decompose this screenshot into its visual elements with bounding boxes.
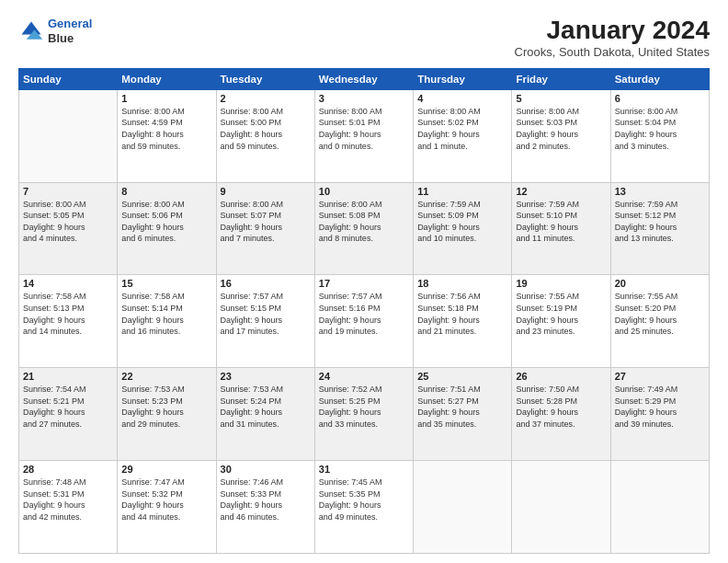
calendar-cell: 11Sunrise: 7:59 AMSunset: 5:09 PMDayligh… bbox=[414, 182, 512, 275]
day-info: Sunrise: 7:56 AMSunset: 5:18 PMDaylight:… bbox=[417, 291, 507, 337]
day-info: Sunrise: 8:00 AMSunset: 4:59 PMDaylight:… bbox=[121, 106, 211, 152]
calendar-cell: 6Sunrise: 8:00 AMSunset: 5:04 PMDaylight… bbox=[610, 89, 709, 182]
calendar-week-row: 21Sunrise: 7:54 AMSunset: 5:21 PMDayligh… bbox=[19, 368, 710, 461]
calendar-cell: 5Sunrise: 8:00 AMSunset: 5:03 PMDaylight… bbox=[512, 89, 610, 182]
day-info: Sunrise: 7:53 AMSunset: 5:24 PMDaylight:… bbox=[221, 384, 311, 430]
day-info: Sunrise: 8:00 AMSunset: 5:07 PMDaylight:… bbox=[221, 199, 311, 245]
day-number: 26 bbox=[516, 371, 606, 382]
day-info: Sunrise: 8:00 AMSunset: 5:08 PMDaylight:… bbox=[319, 199, 409, 245]
header: General Blue January 2024 Crooks, South … bbox=[18, 17, 710, 59]
day-number: 11 bbox=[417, 186, 507, 197]
day-number: 27 bbox=[615, 371, 705, 382]
calendar-week-row: 14Sunrise: 7:58 AMSunset: 5:13 PMDayligh… bbox=[19, 275, 710, 368]
day-number: 21 bbox=[23, 371, 113, 382]
calendar-cell: 21Sunrise: 7:54 AMSunset: 5:21 PMDayligh… bbox=[19, 368, 118, 461]
day-number: 8 bbox=[121, 186, 211, 197]
page-title: January 2024 bbox=[515, 17, 710, 45]
calendar-cell: 25Sunrise: 7:51 AMSunset: 5:27 PMDayligh… bbox=[414, 368, 512, 461]
calendar-cell: 30Sunrise: 7:46 AMSunset: 5:33 PMDayligh… bbox=[216, 461, 314, 554]
calendar-cell: 4Sunrise: 8:00 AMSunset: 5:02 PMDaylight… bbox=[414, 89, 512, 182]
day-number: 29 bbox=[121, 464, 211, 475]
calendar-cell: 23Sunrise: 7:53 AMSunset: 5:24 PMDayligh… bbox=[216, 368, 314, 461]
calendar-cell: 22Sunrise: 7:53 AMSunset: 5:23 PMDayligh… bbox=[118, 368, 216, 461]
day-info: Sunrise: 7:54 AMSunset: 5:21 PMDaylight:… bbox=[23, 384, 113, 430]
calendar-cell: 17Sunrise: 7:57 AMSunset: 5:16 PMDayligh… bbox=[314, 275, 413, 368]
day-number: 25 bbox=[417, 371, 507, 382]
day-number: 13 bbox=[615, 186, 705, 197]
day-info: Sunrise: 7:49 AMSunset: 5:29 PMDaylight:… bbox=[615, 384, 705, 430]
day-info: Sunrise: 7:57 AMSunset: 5:16 PMDaylight:… bbox=[319, 291, 409, 337]
calendar-cell: 15Sunrise: 7:58 AMSunset: 5:14 PMDayligh… bbox=[118, 275, 216, 368]
day-info: Sunrise: 7:58 AMSunset: 5:13 PMDaylight:… bbox=[23, 291, 113, 337]
day-info: Sunrise: 7:51 AMSunset: 5:27 PMDaylight:… bbox=[417, 384, 507, 430]
calendar-week-row: 7Sunrise: 8:00 AMSunset: 5:05 PMDaylight… bbox=[19, 182, 710, 275]
calendar-cell: 7Sunrise: 8:00 AMSunset: 5:05 PMDaylight… bbox=[19, 182, 118, 275]
calendar-cell: 10Sunrise: 8:00 AMSunset: 5:08 PMDayligh… bbox=[314, 182, 413, 275]
day-info: Sunrise: 7:52 AMSunset: 5:25 PMDaylight:… bbox=[319, 384, 409, 430]
day-info: Sunrise: 8:00 AMSunset: 5:05 PMDaylight:… bbox=[23, 199, 113, 245]
day-number: 6 bbox=[615, 93, 705, 104]
calendar-cell bbox=[512, 461, 610, 554]
calendar-cell: 27Sunrise: 7:49 AMSunset: 5:29 PMDayligh… bbox=[610, 368, 709, 461]
calendar-cell: 3Sunrise: 8:00 AMSunset: 5:01 PMDaylight… bbox=[314, 89, 413, 182]
day-number: 9 bbox=[221, 186, 311, 197]
calendar-cell: 8Sunrise: 8:00 AMSunset: 5:06 PMDaylight… bbox=[118, 182, 216, 275]
col-header-saturday: Saturday bbox=[610, 68, 709, 89]
day-number: 20 bbox=[615, 278, 705, 289]
day-number: 4 bbox=[417, 93, 507, 104]
day-number: 28 bbox=[23, 464, 113, 475]
page-subtitle: Crooks, South Dakota, United States bbox=[515, 45, 710, 59]
logo-icon bbox=[18, 18, 44, 44]
day-number: 19 bbox=[516, 278, 606, 289]
calendar-week-row: 28Sunrise: 7:48 AMSunset: 5:31 PMDayligh… bbox=[19, 461, 710, 554]
col-header-tuesday: Tuesday bbox=[216, 68, 314, 89]
calendar-cell: 29Sunrise: 7:47 AMSunset: 5:32 PMDayligh… bbox=[118, 461, 216, 554]
day-number: 16 bbox=[221, 278, 311, 289]
calendar-week-row: 1Sunrise: 8:00 AMSunset: 4:59 PMDaylight… bbox=[19, 89, 710, 182]
day-info: Sunrise: 7:45 AMSunset: 5:35 PMDaylight:… bbox=[319, 477, 409, 523]
col-header-sunday: Sunday bbox=[19, 68, 118, 89]
day-number: 2 bbox=[221, 93, 311, 104]
day-info: Sunrise: 7:53 AMSunset: 5:23 PMDaylight:… bbox=[121, 384, 211, 430]
header-row: SundayMondayTuesdayWednesdayThursdayFrid… bbox=[19, 68, 710, 89]
col-header-wednesday: Wednesday bbox=[314, 68, 413, 89]
day-info: Sunrise: 8:00 AMSunset: 5:04 PMDaylight:… bbox=[615, 106, 705, 152]
calendar-cell: 16Sunrise: 7:57 AMSunset: 5:15 PMDayligh… bbox=[216, 275, 314, 368]
calendar-cell bbox=[414, 461, 512, 554]
calendar-cell: 13Sunrise: 7:59 AMSunset: 5:12 PMDayligh… bbox=[610, 182, 709, 275]
calendar-cell: 18Sunrise: 7:56 AMSunset: 5:18 PMDayligh… bbox=[414, 275, 512, 368]
calendar-cell: 2Sunrise: 8:00 AMSunset: 5:00 PMDaylight… bbox=[216, 89, 314, 182]
day-info: Sunrise: 7:55 AMSunset: 5:20 PMDaylight:… bbox=[615, 291, 705, 337]
day-number: 7 bbox=[23, 186, 113, 197]
day-number: 1 bbox=[121, 93, 211, 104]
day-number: 30 bbox=[221, 464, 311, 475]
day-number: 10 bbox=[319, 186, 409, 197]
day-number: 3 bbox=[319, 93, 409, 104]
day-info: Sunrise: 7:59 AMSunset: 5:09 PMDaylight:… bbox=[417, 199, 507, 245]
page: General Blue January 2024 Crooks, South … bbox=[0, 0, 728, 563]
day-number: 22 bbox=[121, 371, 211, 382]
calendar-cell: 26Sunrise: 7:50 AMSunset: 5:28 PMDayligh… bbox=[512, 368, 610, 461]
day-info: Sunrise: 7:48 AMSunset: 5:31 PMDaylight:… bbox=[23, 477, 113, 523]
calendar-cell: 12Sunrise: 7:59 AMSunset: 5:10 PMDayligh… bbox=[512, 182, 610, 275]
calendar-cell: 19Sunrise: 7:55 AMSunset: 5:19 PMDayligh… bbox=[512, 275, 610, 368]
day-number: 12 bbox=[516, 186, 606, 197]
day-info: Sunrise: 7:57 AMSunset: 5:15 PMDaylight:… bbox=[221, 291, 311, 337]
svg-marker-0 bbox=[22, 21, 41, 34]
calendar-cell: 20Sunrise: 7:55 AMSunset: 5:20 PMDayligh… bbox=[610, 275, 709, 368]
calendar-cell: 28Sunrise: 7:48 AMSunset: 5:31 PMDayligh… bbox=[19, 461, 118, 554]
calendar-cell: 1Sunrise: 8:00 AMSunset: 4:59 PMDaylight… bbox=[118, 89, 216, 182]
day-number: 18 bbox=[417, 278, 507, 289]
calendar-cell bbox=[19, 89, 118, 182]
day-info: Sunrise: 7:58 AMSunset: 5:14 PMDaylight:… bbox=[121, 291, 211, 337]
day-info: Sunrise: 8:00 AMSunset: 5:02 PMDaylight:… bbox=[417, 106, 507, 152]
logo-text: General Blue bbox=[48, 17, 92, 45]
day-info: Sunrise: 8:00 AMSunset: 5:06 PMDaylight:… bbox=[121, 199, 211, 245]
calendar-cell: 24Sunrise: 7:52 AMSunset: 5:25 PMDayligh… bbox=[314, 368, 413, 461]
day-number: 5 bbox=[516, 93, 606, 104]
calendar-cell: 9Sunrise: 8:00 AMSunset: 5:07 PMDaylight… bbox=[216, 182, 314, 275]
day-info: Sunrise: 8:00 AMSunset: 5:01 PMDaylight:… bbox=[319, 106, 409, 152]
day-info: Sunrise: 8:00 AMSunset: 5:00 PMDaylight:… bbox=[221, 106, 311, 152]
day-info: Sunrise: 7:47 AMSunset: 5:32 PMDaylight:… bbox=[121, 477, 211, 523]
calendar-cell: 14Sunrise: 7:58 AMSunset: 5:13 PMDayligh… bbox=[19, 275, 118, 368]
